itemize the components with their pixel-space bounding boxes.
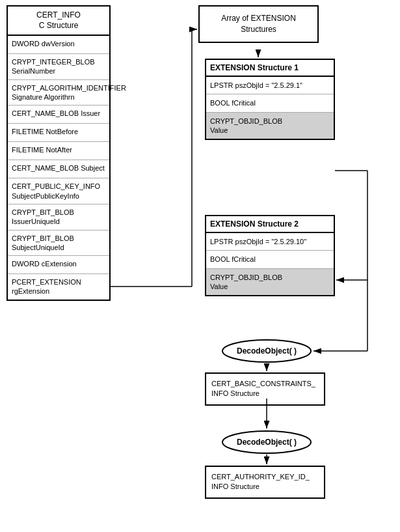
ext2-row2: BOOL fCritical xyxy=(206,251,334,268)
ext2-box: EXTENSION Structure 2 LPSTR pszObjId = "… xyxy=(205,215,335,296)
array-ext-title2: Structures xyxy=(241,25,276,34)
svg-text:DecodeObject( ): DecodeObject( ) xyxy=(237,346,297,356)
ext1-title: EXTENSION Structure 1 xyxy=(206,60,334,77)
cert-info-box: CERT_INFO C Structure DWORD dwVersion CR… xyxy=(7,5,111,301)
cert-info-row: PCERT_EXTENSION rgExtension xyxy=(8,274,109,300)
cert-info-rows: DWORD dwVersion CRYPT_INTEGER_BLOB Seria… xyxy=(8,36,109,300)
array-ext-title1: Array of EXTENSION xyxy=(221,14,296,23)
cert-info-row: DWORD dwVersion xyxy=(8,36,109,54)
cert-info-row: CERT_NAME_BLOB Issuer xyxy=(8,105,109,124)
cert-info-row: DWORD cExtension xyxy=(8,256,109,274)
cert-info-row: CRYPT_BIT_BLOB IssuerUniqueId xyxy=(8,204,109,231)
diagram: CERT_INFO C Structure DWORD dwVersion CR… xyxy=(0,0,400,532)
cert-info-row: CRYPT_ALGORITHM_IDENTIFIER Signature Alg… xyxy=(8,80,109,106)
cert-info-row: FILETIME NotAfter xyxy=(8,142,109,160)
cert-basic-line2: INFO Structure xyxy=(211,389,260,397)
cert-authority-box: CERT_AUTHORITY_KEY_ID_ INFO Structure xyxy=(205,466,325,499)
cert-info-title-line1: CERT_INFO xyxy=(36,10,81,20)
ext2-row1: LPSTR pszObjId = "2.5.29.10" xyxy=(206,233,334,251)
ext1-row3-line2: Value xyxy=(210,126,228,134)
cert-info-title-line2: C Structure xyxy=(39,21,79,30)
cert-authority-line2: INFO Structure xyxy=(211,483,260,490)
cert-info-row: CERT_NAME_BLOB Subject xyxy=(8,160,109,178)
cert-basic-line1: CERT_BASIC_CONSTRAINTS_ xyxy=(211,380,315,387)
cert-info-row: CERT_PUBLIC_KEY_INFO SubjectPublicKeyInf… xyxy=(8,178,109,204)
cert-info-row: CRYPT_INTEGER_BLOB SerialNumber xyxy=(8,54,109,80)
ext2-row3-line1: CRYPT_OBJID_BLOB xyxy=(210,273,282,281)
array-ext-box: Array of EXTENSION Structures xyxy=(198,5,319,43)
decode1-ellipse: DecodeObject( ) xyxy=(221,339,312,363)
decode2-ellipse: DecodeObject( ) xyxy=(221,430,312,455)
cert-authority-line1: CERT_AUTHORITY_KEY_ID_ xyxy=(211,473,310,481)
ext2-title: EXTENSION Structure 2 xyxy=(206,216,334,233)
ext1-row2: BOOL fCritical xyxy=(206,94,334,112)
ext1-box: EXTENSION Structure 1 LPSTR pszObjId = "… xyxy=(205,59,335,140)
cert-info-title: CERT_INFO C Structure xyxy=(8,7,109,36)
ext1-row3-line1: CRYPT_OBJID_BLOB xyxy=(210,117,282,125)
ext1-row1: LPSTR pszObjId = "2.5.29.1" xyxy=(206,77,334,94)
cert-basic-box: CERT_BASIC_CONSTRAINTS_ INFO Structure xyxy=(205,372,325,406)
cert-info-row: CRYPT_BIT_BLOB SubjectUniqueId xyxy=(8,231,109,257)
svg-text:DecodeObject( ): DecodeObject( ) xyxy=(237,438,297,447)
ext1-row3: CRYPT_OBJID_BLOB Value xyxy=(206,113,334,139)
ext2-row3-line2: Value xyxy=(210,283,228,290)
cert-info-row: FILETIME NotBefore xyxy=(8,124,109,142)
ext2-row3: CRYPT_OBJID_BLOB Value xyxy=(206,269,334,296)
